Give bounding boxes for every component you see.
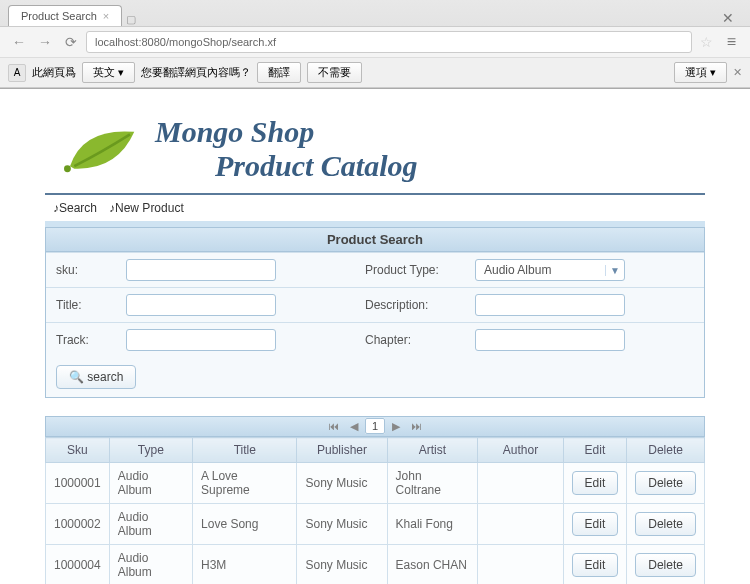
panel-title: Product Search: [45, 227, 705, 252]
window-close-icon[interactable]: ✕: [722, 10, 742, 26]
cell-publisher: Sony Music: [297, 545, 387, 585]
column-header[interactable]: Type: [109, 438, 192, 463]
svg-point-0: [64, 165, 71, 172]
cell-sku: 1000001: [46, 463, 110, 504]
product-type-value: Audio Album: [484, 263, 551, 277]
delete-button[interactable]: Delete: [635, 471, 696, 495]
cell-type: Audio Album: [109, 504, 192, 545]
edit-button[interactable]: Edit: [572, 553, 619, 577]
nav-menu: ♪Search ♪New Product: [45, 195, 705, 227]
logo-leaf-icon: [55, 119, 145, 179]
translate-button[interactable]: 翻譯: [257, 62, 301, 83]
cell-title: Love Song: [193, 504, 297, 545]
column-header[interactable]: Edit: [563, 438, 627, 463]
page-first-icon[interactable]: ⏮: [324, 420, 343, 432]
cell-title: A Love Supreme: [193, 463, 297, 504]
track-input[interactable]: [126, 329, 276, 351]
translate-close-icon[interactable]: ✕: [733, 66, 742, 79]
translate-prefix: 此網頁爲: [32, 65, 76, 80]
cell-title: H3M: [193, 545, 297, 585]
translate-options-button[interactable]: 選項 ▾: [674, 62, 727, 83]
ptype-label: Product Type:: [355, 253, 465, 288]
cell-type: Audio Album: [109, 463, 192, 504]
forward-button[interactable]: →: [34, 31, 56, 53]
menu-icon[interactable]: ≡: [721, 33, 742, 51]
page-prev-icon[interactable]: ◀: [346, 420, 362, 433]
description-input[interactable]: [475, 294, 625, 316]
translate-suffix: 您要翻譯網頁內容嗎？: [141, 65, 251, 80]
product-type-select[interactable]: Audio Album ▼: [475, 259, 625, 281]
cell-sku: 1000004: [46, 545, 110, 585]
page-last-icon[interactable]: ⏭: [407, 420, 426, 432]
sku-input[interactable]: [126, 259, 276, 281]
column-header[interactable]: Artist: [387, 438, 478, 463]
cell-publisher: Sony Music: [297, 463, 387, 504]
track-label: Track:: [46, 323, 116, 358]
column-header[interactable]: Delete: [627, 438, 705, 463]
browser-tab[interactable]: Product Search ×: [8, 5, 122, 26]
cell-artist: John Coltrane: [387, 463, 478, 504]
browser-chrome: Product Search × ▢ ✕ ← → ⟳ localhost:808…: [0, 0, 750, 89]
cell-type: Audio Album: [109, 545, 192, 585]
column-header[interactable]: Sku: [46, 438, 110, 463]
address-bar[interactable]: localhost:8080/mongoShop/search.xf: [86, 31, 692, 53]
cell-sku: 1000002: [46, 504, 110, 545]
table-row: 1000001Audio AlbumA Love SupremeSony Mus…: [46, 463, 705, 504]
url-text: localhost:8080/mongoShop/search.xf: [95, 36, 276, 48]
title-label: Title:: [46, 288, 116, 323]
cell-author: [478, 463, 563, 504]
table-row: 1000002Audio AlbumLove SongSony MusicKha…: [46, 504, 705, 545]
delete-button[interactable]: Delete: [635, 512, 696, 536]
paginator-top: ⏮ ◀ 1 ▶ ⏭: [45, 416, 705, 437]
cell-publisher: Sony Music: [297, 504, 387, 545]
page-content: Mongo Shop Product Catalog ♪Search ♪New …: [45, 105, 705, 584]
desc-label: Description:: [355, 288, 465, 323]
column-header[interactable]: Author: [478, 438, 563, 463]
chapter-label: Chapter:: [355, 323, 465, 358]
nav-new-product[interactable]: ♪New Product: [109, 201, 184, 215]
translate-icon: A: [8, 64, 26, 82]
translate-bar: A 此網頁爲 英文 ▾ 您要翻譯網頁內容嗎？ 翻譯 不需要 選項 ▾ ✕: [0, 57, 750, 88]
chapter-input[interactable]: [475, 329, 625, 351]
chevron-down-icon: ▼: [605, 265, 620, 276]
back-button[interactable]: ←: [8, 31, 30, 53]
header-title-1: Mongo Shop: [155, 115, 418, 149]
cell-author: [478, 545, 563, 585]
bookmark-icon[interactable]: ☆: [696, 34, 717, 50]
search-button[interactable]: 🔍 search: [56, 365, 136, 389]
header: Mongo Shop Product Catalog: [45, 105, 705, 195]
reload-button[interactable]: ⟳: [60, 31, 82, 53]
tab-title: Product Search: [21, 10, 97, 22]
edit-button[interactable]: Edit: [572, 471, 619, 495]
sku-label: sku:: [46, 253, 116, 288]
page-current: 1: [365, 418, 385, 434]
results-table: SkuTypeTitlePublisherArtistAuthorEditDel…: [45, 437, 705, 584]
tab-close-icon[interactable]: ×: [103, 10, 109, 22]
edit-button[interactable]: Edit: [572, 512, 619, 536]
cell-artist: Khali Fong: [387, 504, 478, 545]
translate-no-button[interactable]: 不需要: [307, 62, 362, 83]
translate-lang-select[interactable]: 英文 ▾: [82, 62, 135, 83]
title-input[interactable]: [126, 294, 276, 316]
column-header[interactable]: Publisher: [297, 438, 387, 463]
header-title-2: Product Catalog: [215, 149, 418, 183]
search-form: sku: Product Type: Audio Album ▼ Title: …: [45, 252, 705, 398]
table-row: 1000004Audio AlbumH3MSony MusicEason CHA…: [46, 545, 705, 585]
nav-search[interactable]: ♪Search: [53, 201, 97, 215]
column-header[interactable]: Title: [193, 438, 297, 463]
new-tab-icon[interactable]: ▢: [126, 13, 136, 26]
cell-artist: Eason CHAN: [387, 545, 478, 585]
cell-author: [478, 504, 563, 545]
delete-button[interactable]: Delete: [635, 553, 696, 577]
page-next-icon[interactable]: ▶: [388, 420, 404, 433]
